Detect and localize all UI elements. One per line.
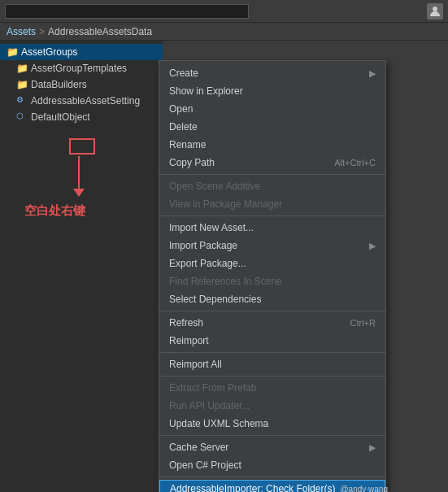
refresh-shortcut: Ctrl+R — [350, 318, 376, 328]
breadcrumb-assets[interactable]: Assets — [7, 26, 36, 37]
menu-item-show-in-explorer[interactable]: Show in Explorer — [159, 82, 385, 100]
separator-5 — [159, 376, 385, 377]
submenu-arrow-cache: ▶ — [369, 442, 376, 453]
avatar-icon — [427, 3, 443, 20]
menu-item-view-package-manager: View in Package Manager — [159, 195, 385, 213]
menu-item-export-package[interactable]: Export Package... — [159, 255, 385, 272]
annotation-area: 空白处右键 — [24, 138, 146, 301]
tree-item-label: AddressableAssetSetting — [31, 95, 140, 107]
menu-item-copy-path[interactable]: Copy Path Alt+Ctrl+C — [159, 154, 385, 172]
tree-item-default-object[interactable]: ⬡ DefaultObject — [0, 109, 163, 125]
top-bar — [0, 0, 448, 23]
separator-4 — [159, 352, 385, 353]
tree-item-label: AssetGroupTemplates — [31, 63, 127, 74]
arrow-head — [73, 189, 85, 197]
menu-item-open-cs-project[interactable]: Open C# Project — [159, 456, 385, 474]
red-arrow — [78, 156, 80, 189]
red-rect — [69, 138, 95, 155]
tree-item-label: DefaultObject — [31, 111, 90, 123]
separator-3 — [159, 311, 385, 311]
menu-item-reimport-all[interactable]: Reimport All — [159, 355, 385, 373]
menu-item-addressable-importer[interactable]: AddressableImporter: Check Folder(s) @an… — [159, 480, 385, 492]
copy-path-shortcut: Alt+Ctrl+C — [334, 158, 376, 168]
menu-item-import-new-asset[interactable]: Import New Asset... — [159, 219, 385, 237]
submenu-arrow-import: ▶ — [369, 241, 376, 251]
svg-point-0 — [433, 7, 437, 11]
tree-item-label: DataBuilders — [31, 79, 87, 90]
tree-item-data-builders[interactable]: 📁 DataBuilders — [0, 76, 163, 93]
menu-item-delete[interactable]: Delete — [159, 118, 385, 136]
settings-icon: ⚙ — [16, 95, 28, 107]
menu-item-refresh[interactable]: Refresh Ctrl+R — [159, 314, 385, 332]
menu-item-run-api-updater: Run API Updater... — [159, 397, 385, 415]
submenu-arrow: ▶ — [369, 68, 376, 79]
folder-icon: 📁 — [16, 79, 28, 90]
main-layout: 📁 AssetGroups 📁 AssetGroupTemplates 📁 Da… — [0, 41, 448, 492]
menu-item-select-dependencies[interactable]: Select Dependencies — [159, 290, 385, 308]
menu-item-find-references: Find References In Scene — [159, 272, 385, 290]
menu-item-import-package[interactable]: Import Package ▶ — [159, 237, 385, 255]
separator-7 — [159, 477, 385, 477]
tree-item-asset-groups[interactable]: 📁 AssetGroups — [0, 44, 163, 60]
folder-icon: 📁 — [7, 46, 18, 58]
separator-2 — [159, 216, 385, 216]
folder-icon: 📁 — [16, 63, 28, 74]
object-icon: ⬡ — [16, 111, 28, 123]
annotation-text: 空白处右键 — [24, 203, 85, 219]
breadcrumb: Assets > AddressableAssetsData — [0, 23, 448, 41]
separator-6 — [159, 435, 385, 436]
menu-item-rename[interactable]: Rename — [159, 136, 385, 154]
menu-item-open[interactable]: Open — [159, 100, 385, 118]
tree-item-asset-group-templates[interactable]: 📁 AssetGroupTemplates — [0, 60, 163, 76]
menu-item-open-scene-additive: Open Scene Additive — [159, 177, 385, 195]
search-input[interactable] — [5, 4, 249, 19]
menu-item-update-uxml-schema[interactable]: Update UXML Schema — [159, 415, 385, 433]
separator-1 — [159, 174, 385, 175]
breadcrumb-current: AddressableAssetsData — [48, 26, 152, 37]
tree-item-addressable-settings[interactable]: ⚙ AddressableAssetSetting — [0, 93, 163, 109]
menu-item-cache-server[interactable]: Cache Server ▶ — [159, 438, 385, 456]
context-menu: Create ▶ Show in Explorer Open Delete Re… — [159, 60, 386, 492]
menu-item-extract-from-prefab: Extract From Prefab — [159, 379, 385, 397]
menu-item-create[interactable]: Create ▶ — [159, 64, 385, 82]
menu-item-reimport[interactable]: Reimport — [159, 332, 385, 350]
file-tree: 📁 AssetGroups 📁 AssetGroupTemplates 📁 Da… — [0, 41, 163, 492]
tree-item-label: AssetGroups — [21, 46, 77, 58]
breadcrumb-separator: > — [39, 26, 45, 37]
attribution: @andy·wang — [340, 485, 388, 493]
